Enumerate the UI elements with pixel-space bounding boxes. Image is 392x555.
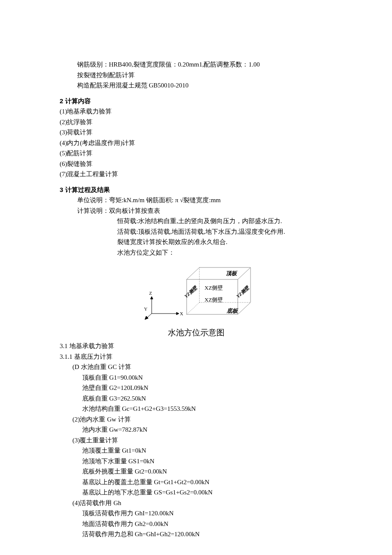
calc-group-head: (D 水池自重 GC 计算: [60, 362, 332, 372]
list-item: (7)混凝土工程量计算: [60, 169, 332, 179]
calc-line: 水池结构自重 Gc=G1+G2+G3=1553.59kN: [60, 404, 332, 414]
calc-line: 顶板活荷载作用力 GhI=120.00kN: [60, 509, 332, 518]
pool-orientation-svg: X Z Y 顶板 XZ侧壁 XZ侧壁 YZ侧壁 YZ侧壁 底板: [132, 259, 260, 323]
svg-marker-5: [145, 316, 148, 320]
calc-note: 活荷载:顶板活荷载,地面活荷载,地下水压力,温湿度变化作用.: [60, 227, 332, 237]
list-item: (2)抗浮验算: [60, 117, 332, 127]
calc-group-head: (2)池内水重 Gw 计算: [60, 415, 332, 424]
list-item: (3)荷载计算: [60, 128, 332, 137]
calc-line: 基底以上的地下水总重量 GS=Gs1+Gs2=0.00kN: [60, 488, 332, 497]
svg-marker-3: [150, 296, 153, 299]
calc-line: 顶板自重 G1=90.00kN: [60, 373, 332, 383]
calc-line: 池内水重 Gw=782.87kN: [60, 425, 332, 435]
subsection-3-1: 3.1 地基承载力验算: [60, 341, 332, 351]
top-plate-label: 顶板: [226, 270, 238, 276]
svg-line-11: [238, 302, 251, 314]
section-3-title: 3 计算过程及结果: [60, 185, 332, 195]
calc-line: 池顶覆土重量 Gt1=0kN: [60, 446, 332, 456]
list-item: (5)配筋计算: [60, 148, 332, 158]
yz-wall-label-1: YZ侧壁: [183, 285, 199, 299]
intro-line: 构造配筋采用混凝土规范 GB50010-2010: [60, 81, 332, 90]
list-item: (6)裂缝验算: [60, 159, 332, 169]
section-2-title: 2 计算内容: [60, 96, 332, 106]
svg-line-12: [187, 302, 199, 314]
svg-marker-1: [176, 312, 179, 315]
calc-note: 裂缝宽度计算按长期效应的准永久组合.: [60, 237, 332, 247]
intro-line: 钢筋级别：HRB400,裂缝宽度限值：0.20mm1,配筋调整系数：1.00: [60, 60, 332, 70]
calc-note: 水池方位定义如下：: [60, 248, 332, 258]
calc-line: 地面活荷载作用力 Gh2=0.00kN: [60, 519, 332, 529]
svg-line-10: [238, 267, 251, 279]
figure-caption: 水池方位示意图: [60, 327, 332, 339]
calc-line: 基底以上的覆盖土总重量 Gt=Gt1+Gt2=0.00kN: [60, 477, 332, 487]
pool-orientation-figure: X Z Y 顶板 XZ侧壁 XZ侧壁 YZ侧壁 YZ侧壁 底板 水池方位示意图: [60, 259, 332, 339]
list-item: (4)内力(考虑温度作用)计算: [60, 138, 332, 148]
intro-line: 按裂缝控制配筋计算: [60, 70, 332, 80]
axis-x-label: X: [180, 311, 183, 316]
calc-group-head: (3)覆土重量计算: [60, 436, 332, 445]
calc-group-head: (4)活荷载作用 Gh: [60, 498, 332, 508]
calc-note-label: 计算说明：双向板计算按查表: [60, 206, 332, 216]
list-item: (1)地基承载力验算: [60, 107, 332, 116]
subsection-3-1-1: 3.1.1 基底压力计算: [60, 352, 332, 362]
calc-line: 底板外挑覆土重量 Gt2=0.00kN: [60, 467, 332, 477]
xz-wall-label-1: XZ侧壁: [205, 285, 223, 291]
calc-line: 活荷载作用力总和 Gh=GhI+Gh2=120.00kN: [60, 529, 332, 539]
calc-note: 恒荷载:水池结构自重,土的竖向及侧向压力，内部盛水压力.: [60, 216, 332, 226]
bottom-plate-label: 底板: [226, 308, 239, 314]
calc-line: 底板自重 G3=262.50kN: [60, 394, 332, 404]
unit-note: 单位说明：弯矩:kN.m/m 钢筋面积: π √裂缝宽度:mm: [60, 195, 332, 205]
axis-y-label: Y: [144, 306, 147, 311]
calc-line: 池顶地下水重量 GS1=0kN: [60, 456, 332, 466]
xz-wall-label-2: XZ侧壁: [205, 296, 223, 303]
calc-line: 池壁自重 G2=120L09kN: [60, 383, 332, 393]
svg-line-9: [187, 267, 199, 279]
axis-z-label: Z: [149, 291, 152, 296]
